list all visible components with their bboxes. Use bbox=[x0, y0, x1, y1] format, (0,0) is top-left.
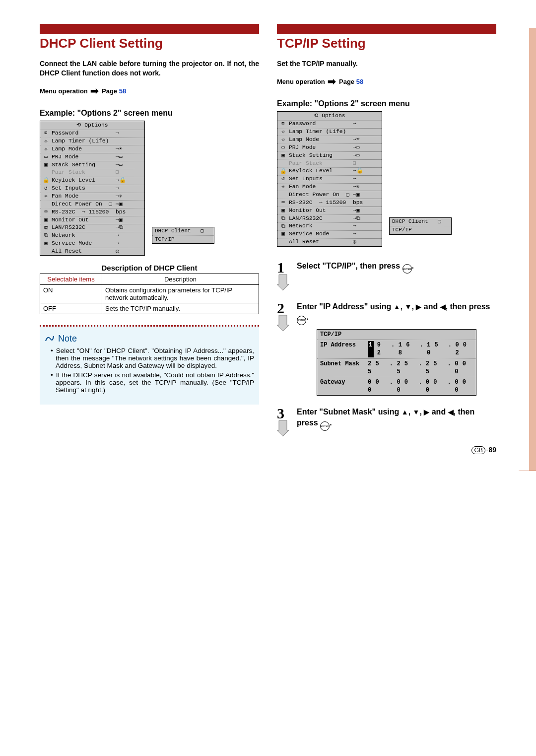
menu-row: ▣Service Mode→ bbox=[277, 230, 382, 238]
section-bar bbox=[40, 24, 259, 34]
menu-row-value: → bbox=[353, 231, 380, 237]
submenu-row: DHCP Client▢ bbox=[152, 227, 214, 235]
menu-row: Pair Stack⊟ bbox=[40, 169, 144, 177]
tcpip-value-segment: . bbox=[390, 360, 394, 376]
tcpip-value-segment: 0 0 0 bbox=[426, 378, 444, 394]
table-header-description: Description bbox=[102, 274, 259, 285]
menu-row-label: Fan Mode bbox=[289, 184, 351, 190]
tcpip-value-segment: 0 0 2 bbox=[455, 341, 473, 357]
menu-header-icon: ⟲ bbox=[76, 122, 84, 128]
menu-row: ▣Stack Setting→▭ bbox=[277, 151, 382, 159]
menu-row-value: →⧉ bbox=[353, 216, 380, 222]
menu-row-value: →✳ bbox=[116, 194, 142, 200]
tcpip-value-segment: 2 5 5 bbox=[426, 360, 444, 376]
menu-row: ↺Set Inputs→ bbox=[277, 175, 382, 183]
menu-row-label: Network bbox=[52, 233, 114, 239]
menu-row-icon: ▣ bbox=[279, 153, 287, 159]
menu-row: ⧉Network→ bbox=[40, 232, 144, 240]
menu-row-icon: ↺ bbox=[279, 176, 287, 182]
submenu-row: TCP/IP bbox=[390, 226, 451, 234]
tcpip-value-segment: 0 0 0 bbox=[455, 360, 473, 376]
tcpip-value-segment: 1 5 0 bbox=[427, 341, 445, 357]
page-link-58[interactable]: 58 bbox=[119, 87, 126, 95]
note-title: Note bbox=[45, 334, 254, 344]
note-item: If the DHCP server is not available, "Co… bbox=[51, 371, 254, 394]
example-heading-right: Example: "Options 2" screen menu bbox=[277, 99, 496, 108]
menu-row: ⌧Password→ bbox=[277, 120, 382, 128]
network-submenu: DHCP Client▢TCP/IP bbox=[389, 217, 452, 234]
tcpip-value-segment: . bbox=[448, 360, 452, 376]
menu-row-value: ⊟ bbox=[353, 161, 380, 167]
menu-row-icon: ↺ bbox=[42, 186, 50, 192]
menu-row-label: Set Inputs bbox=[289, 176, 351, 182]
menu-row: All Reset◎ bbox=[40, 248, 144, 256]
menu-row-value: ◎ bbox=[353, 239, 380, 245]
menu-row-value: ⇨▣ bbox=[116, 202, 142, 207]
submenu-row: DHCP Client▢ bbox=[390, 218, 451, 226]
menu-row-value: ⇨▣ bbox=[353, 192, 380, 198]
page-link-58[interactable]: 58 bbox=[356, 78, 363, 85]
side-strip bbox=[529, 28, 536, 471]
menu-header-icon: ⟲ bbox=[314, 113, 322, 119]
menu-row: ▭PRJ Mode→▭ bbox=[40, 153, 144, 161]
menu-row: Pair Stack⊟ bbox=[277, 159, 382, 167]
menu-row: All Reset◎ bbox=[277, 238, 382, 246]
step-arrow-icon bbox=[277, 274, 289, 290]
menu-row: ▣Service Mode→ bbox=[40, 240, 144, 248]
menu-row-label: Network bbox=[289, 223, 351, 229]
menu-row-label: LAN/RS232C bbox=[289, 216, 351, 222]
triangle-up-icon: ▲ bbox=[402, 408, 408, 416]
menu-row: ⧉LAN/RS232C→⧉ bbox=[40, 224, 144, 232]
menu-row-value: →▭ bbox=[353, 145, 380, 151]
menu-row-value: bps bbox=[353, 200, 380, 206]
arrow-icon: ➡ bbox=[90, 85, 99, 97]
section-title-dhcp: DHCP Client Setting bbox=[40, 36, 259, 51]
menu-row-value: →▣ bbox=[116, 217, 142, 223]
tcpip-value-segment: 1 bbox=[368, 341, 374, 357]
menu-row-label: Password bbox=[289, 121, 351, 127]
menu-row-label: LAN/RS232C bbox=[52, 225, 114, 231]
table-cell-on: ON bbox=[40, 285, 102, 303]
dhcp-description-table: Selectable items Description ON Obtains … bbox=[40, 274, 259, 314]
enter-button-icon: ENTER bbox=[402, 264, 412, 274]
menu-row-label: Lamp Timer (Life) bbox=[289, 129, 351, 135]
menu-row-label: Direct Power On ▢ bbox=[289, 192, 351, 198]
triangle-down-icon: ▼ bbox=[405, 303, 412, 311]
enter-button-icon: ENTER bbox=[320, 421, 330, 431]
menu-row: Direct Power On ▢⇨▣ bbox=[40, 200, 144, 208]
note-box: Note Select "ON" for "DHCP Client". "Obt… bbox=[40, 325, 259, 405]
menu-row-icon: ☼ bbox=[42, 138, 50, 144]
note-icon bbox=[45, 334, 55, 343]
tcpip-value-segment: . bbox=[448, 341, 452, 357]
menu-row: ▣Monitor Out→▣ bbox=[277, 206, 382, 214]
page-footer: GB-89 bbox=[471, 446, 496, 454]
tcpip-value-segment: . bbox=[448, 378, 452, 394]
menu-row-label: All Reset bbox=[52, 249, 114, 255]
menu-row: ▭PRJ Mode→▭ bbox=[277, 143, 382, 151]
table-cell-off: OFF bbox=[40, 303, 102, 314]
menu-row-label: Pair Stack bbox=[52, 170, 114, 176]
menu-row-icon: ✳ bbox=[42, 194, 50, 200]
step-1: 1 Select "TCP/IP", then press ENTER. bbox=[277, 261, 496, 290]
menu-row-label: Lamp Mode bbox=[289, 137, 351, 143]
menu-row-icon: ▣ bbox=[279, 231, 287, 237]
tcpip-value-segment: 0 0 0 bbox=[397, 378, 415, 394]
menu-row-value: →🔒 bbox=[116, 178, 142, 184]
menu-row-label: Keylock Level bbox=[52, 178, 114, 184]
tcpip-value-segment: 2 5 5 bbox=[397, 360, 415, 376]
menu-row-value: → bbox=[116, 131, 142, 137]
step-2: 2 Enter "IP Address" using ▲, ▼, ▶ and ◀… bbox=[277, 301, 496, 396]
menu-row: 🔒Keylock Level→🔒 bbox=[40, 177, 144, 185]
step-arrow-icon bbox=[277, 314, 289, 331]
menu-row: ✳Fan Mode→✳ bbox=[277, 183, 382, 191]
menu-row: ▣Stack Setting→▭ bbox=[40, 161, 144, 169]
tcpip-value-segment: 0 0 0 bbox=[368, 378, 386, 394]
table-cell-off-desc: Sets the TCP/IP manually. bbox=[102, 303, 259, 314]
menu-row: ⌨RS-232C → 115200bps bbox=[40, 208, 144, 216]
menu-row-value: → bbox=[116, 241, 142, 247]
tcpip-value-segment: . bbox=[390, 378, 394, 394]
menu-row-value: →▭ bbox=[353, 153, 380, 159]
options-menu-screenshot-left: ⟲ Options ⌧Password→☼Lamp Timer (Life)☼L… bbox=[40, 121, 184, 256]
menu-row-label: Monitor Out bbox=[52, 217, 114, 223]
menu-row-value: →🔒 bbox=[353, 168, 380, 174]
